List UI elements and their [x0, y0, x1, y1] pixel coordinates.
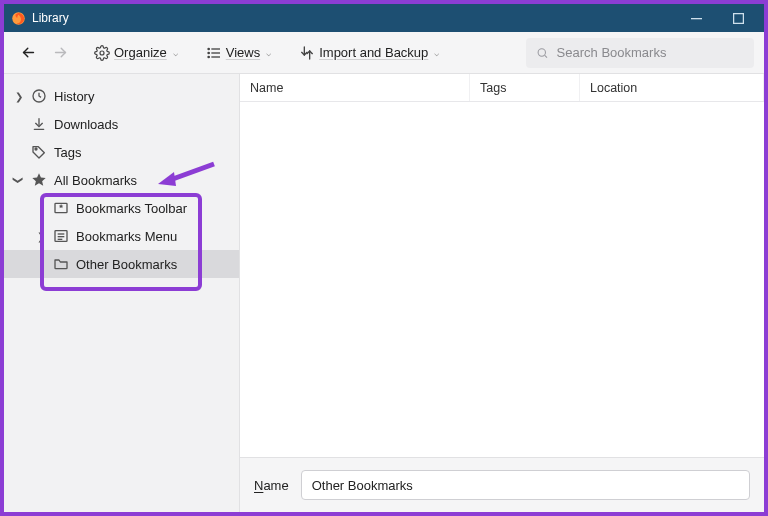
firefox-icon — [10, 10, 26, 26]
expand-icon[interactable]: ❯ — [34, 229, 48, 243]
details-name-label: Name — [254, 478, 289, 493]
svg-point-8 — [208, 52, 209, 53]
back-button[interactable] — [14, 39, 42, 67]
svg-line-11 — [545, 55, 547, 57]
column-tags[interactable]: Tags — [470, 74, 580, 101]
gear-icon — [94, 45, 110, 61]
sidebar-item-history[interactable]: ❯ History — [4, 82, 239, 110]
list-icon — [206, 45, 222, 61]
bookmarks-menu-icon — [52, 227, 70, 245]
download-icon — [30, 115, 48, 133]
maximize-button[interactable] — [724, 4, 752, 32]
chevron-down-icon: ⌵ — [173, 48, 178, 58]
star-icon — [30, 171, 48, 189]
svg-point-10 — [538, 48, 545, 55]
toolbar: Organize ⌵ Views ⌵ Import and Backup ⌵ — [4, 32, 764, 74]
sidebar-item-tags[interactable]: Tags — [4, 138, 239, 166]
content-area: ❯ History Downloads Tags ❯ All Bookmarks… — [4, 74, 764, 512]
library-window: Library Organize ⌵ Views ⌵ Import and Ba… — [4, 4, 764, 512]
column-headers: Name Tags Location — [240, 74, 764, 102]
bookmarks-list[interactable] — [240, 102, 764, 458]
sidebar-item-bookmarks-menu[interactable]: ❯ Bookmarks Menu — [4, 222, 239, 250]
tag-icon — [30, 143, 48, 161]
collapse-icon[interactable]: ❯ — [12, 173, 26, 187]
svg-point-7 — [208, 48, 209, 49]
views-menu[interactable]: Views ⌵ — [200, 41, 277, 65]
sidebar-item-bookmarks-toolbar[interactable]: Bookmarks Toolbar — [4, 194, 239, 222]
tree-label: All Bookmarks — [54, 173, 137, 188]
tree-label: Bookmarks Toolbar — [76, 201, 187, 216]
titlebar: Library — [4, 4, 764, 32]
window-controls — [682, 4, 758, 32]
organize-menu[interactable]: Organize ⌵ — [88, 41, 184, 65]
import-export-icon — [299, 45, 315, 61]
details-pane: Name — [240, 458, 764, 512]
tree-label: History — [54, 89, 94, 104]
search-input[interactable] — [557, 45, 744, 60]
tree-label: Tags — [54, 145, 81, 160]
main-panel: Name Tags Location Name — [240, 74, 764, 512]
svg-rect-2 — [733, 13, 743, 23]
organize-label: Organize — [114, 45, 167, 60]
chevron-down-icon: ⌵ — [266, 48, 271, 58]
sidebar-item-all-bookmarks[interactable]: ❯ All Bookmarks — [4, 166, 239, 194]
folder-icon — [52, 255, 70, 273]
search-icon — [536, 46, 549, 60]
tree-label: Downloads — [54, 117, 118, 132]
minimize-button[interactable] — [682, 4, 710, 32]
sidebar-item-downloads[interactable]: Downloads — [4, 110, 239, 138]
chevron-down-icon: ⌵ — [434, 48, 439, 58]
svg-point-9 — [208, 56, 209, 57]
svg-rect-1 — [691, 18, 702, 19]
import-backup-label: Import and Backup — [319, 45, 428, 60]
expand-icon[interactable]: ❯ — [12, 89, 26, 103]
details-name-input[interactable] — [301, 470, 750, 500]
search-box[interactable] — [526, 38, 754, 68]
window-title: Library — [32, 11, 682, 25]
bookmarks-toolbar-icon — [52, 199, 70, 217]
tree-label: Bookmarks Menu — [76, 229, 177, 244]
column-location[interactable]: Location — [580, 74, 764, 101]
forward-button[interactable] — [46, 39, 74, 67]
import-backup-menu[interactable]: Import and Backup ⌵ — [293, 41, 445, 65]
sidebar: ❯ History Downloads Tags ❯ All Bookmarks… — [4, 74, 240, 512]
svg-point-3 — [100, 51, 104, 55]
svg-point-13 — [35, 148, 37, 150]
tree-label: Other Bookmarks — [76, 257, 177, 272]
column-name[interactable]: Name — [240, 74, 470, 101]
clock-icon — [30, 87, 48, 105]
views-label: Views — [226, 45, 260, 60]
sidebar-item-other-bookmarks[interactable]: Other Bookmarks — [4, 250, 239, 278]
